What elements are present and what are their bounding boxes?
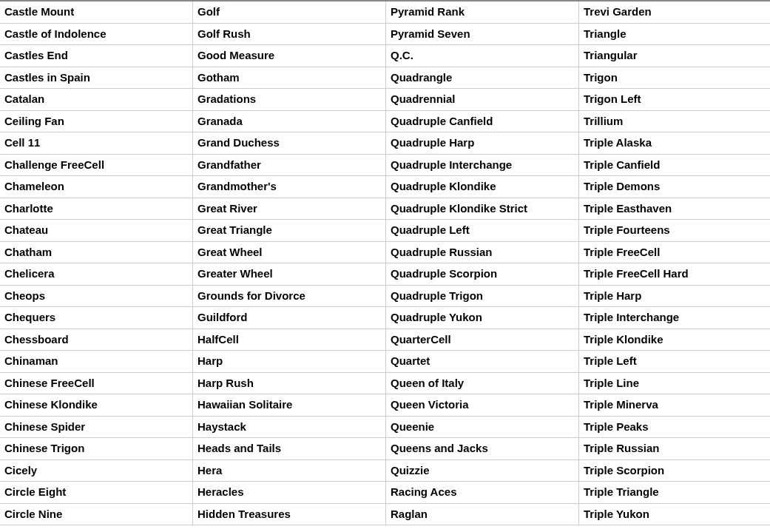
game-list-item[interactable]: Quadrangle xyxy=(386,67,579,89)
game-list-item[interactable]: Triple Peaks xyxy=(579,417,770,438)
game-list-item[interactable]: Quadruple Klondike xyxy=(386,176,579,198)
game-list-item[interactable]: Hawaiian Solitaire xyxy=(193,394,386,416)
game-list-item[interactable]: Triple Triangle xyxy=(579,482,770,503)
game-list-item[interactable]: Triple FreeCell Hard xyxy=(579,263,770,285)
game-list-item[interactable]: Hidden Treasures xyxy=(193,504,386,525)
game-list-item[interactable]: Circle Nine xyxy=(0,504,193,525)
game-list-item[interactable]: Guildford xyxy=(193,307,386,329)
table-row: Chinese FreeCellHarp RushQueen of ItalyT… xyxy=(0,373,770,395)
game-list-item[interactable]: Trillium xyxy=(579,111,770,132)
game-list-item[interactable]: Castles End xyxy=(0,45,193,67)
game-list-item[interactable]: Chelicera xyxy=(0,263,193,285)
game-list-item[interactable]: Cicely xyxy=(0,460,193,482)
game-list-item[interactable]: Quadrennial xyxy=(386,89,579,110)
game-list-item[interactable]: Triple Line xyxy=(579,373,770,394)
game-list-item[interactable]: Great Triangle xyxy=(193,220,386,241)
game-list-item[interactable]: Harp xyxy=(193,351,386,372)
game-list-item[interactable]: Triple Harp xyxy=(579,286,770,307)
game-list-item[interactable]: Quadruple Canfield xyxy=(386,111,579,132)
game-list-item[interactable]: Triple Demons xyxy=(579,176,770,198)
game-list-item[interactable]: Quartet xyxy=(386,351,579,372)
game-list-item[interactable]: Quadruple Interchange xyxy=(386,155,579,176)
game-list-item[interactable]: Triangular xyxy=(579,45,770,67)
game-list-item[interactable]: Raglan xyxy=(386,504,579,525)
game-list-item[interactable]: Chinese Spider xyxy=(0,417,193,438)
game-list-item[interactable]: Trigon xyxy=(579,67,770,89)
game-list-item[interactable]: Triangle xyxy=(579,24,770,45)
game-list-item[interactable]: Heracles xyxy=(193,482,386,503)
game-list-item[interactable]: Chatham xyxy=(0,242,193,263)
game-list-item[interactable]: Quadruple Trigon xyxy=(386,286,579,307)
game-list-item[interactable]: Quadruple Scorpion xyxy=(386,263,579,285)
game-list-item[interactable]: Triple Interchange xyxy=(579,307,770,329)
table-row: ChameleonGrandmother'sQuadruple Klondike… xyxy=(0,176,770,198)
game-list-item[interactable]: Grandmother's xyxy=(193,176,386,198)
game-list-item[interactable]: Gradations xyxy=(193,89,386,110)
game-list-item[interactable]: Triple Minerva xyxy=(579,394,770,416)
game-list-item[interactable]: Circle Eight xyxy=(0,482,193,503)
game-list-item[interactable]: Triple Alaska xyxy=(579,132,770,154)
game-list-item[interactable]: Chinaman xyxy=(0,351,193,372)
game-list-item[interactable]: Triple Klondike xyxy=(579,329,770,351)
game-list-item[interactable]: Triple Russian xyxy=(579,438,770,459)
game-list-item[interactable]: Chessboard xyxy=(0,329,193,351)
game-list-item[interactable]: Harp Rush xyxy=(193,373,386,394)
game-list-item[interactable]: Charlotte xyxy=(0,198,193,220)
game-list-item[interactable]: Triple Yukon xyxy=(579,504,770,525)
game-list-item[interactable]: Triple Scorpion xyxy=(579,460,770,482)
game-list-item[interactable]: Trigon Left xyxy=(579,89,770,110)
game-list-item[interactable]: Haystack xyxy=(193,417,386,438)
game-list-item[interactable]: Castle Mount xyxy=(0,1,193,23)
game-list-item[interactable]: Quadruple Left xyxy=(386,220,579,241)
game-list-item[interactable]: Pyramid Seven xyxy=(386,24,579,45)
game-list-item[interactable]: Q.C. xyxy=(386,45,579,67)
game-list-item[interactable]: Quadruple Russian xyxy=(386,242,579,263)
game-list-item[interactable]: Ceiling Fan xyxy=(0,111,193,132)
game-list-item[interactable]: Grounds for Divorce xyxy=(193,286,386,307)
game-list-item[interactable]: Triple Fourteens xyxy=(579,220,770,241)
game-list-item[interactable]: Grandfather xyxy=(193,155,386,176)
game-list-item[interactable]: Racing Aces xyxy=(386,482,579,503)
game-list-item[interactable]: Quadruple Klondike Strict xyxy=(386,198,579,220)
game-list-item[interactable]: HalfCell xyxy=(193,329,386,351)
game-list-item[interactable]: Gotham xyxy=(193,67,386,89)
game-list-item[interactable]: Cell 11 xyxy=(0,132,193,154)
game-list-item[interactable]: Chameleon xyxy=(0,176,193,198)
game-list-item[interactable]: Queen Victoria xyxy=(386,394,579,416)
game-list-item[interactable]: Triple Canfield xyxy=(579,155,770,176)
game-list-item[interactable]: Pyramid Rank xyxy=(386,1,579,23)
game-list-item[interactable]: Chinese FreeCell xyxy=(0,373,193,394)
game-list-item[interactable]: Heads and Tails xyxy=(193,438,386,459)
game-list-item[interactable]: Quadruple Yukon xyxy=(386,307,579,329)
game-list-item[interactable]: Triple Left xyxy=(579,351,770,372)
game-list-item[interactable]: Chinese Klondike xyxy=(0,394,193,416)
game-list-item[interactable]: Catalan xyxy=(0,89,193,110)
game-list-item[interactable]: Great River xyxy=(193,198,386,220)
game-list-item[interactable]: Queenie xyxy=(386,417,579,438)
game-list-item[interactable]: Golf xyxy=(193,1,386,23)
game-list-item[interactable]: Triple FreeCell xyxy=(579,242,770,263)
game-list-item[interactable]: Queen of Italy xyxy=(386,373,579,394)
game-list-item[interactable]: Good Measure xyxy=(193,45,386,67)
game-list-item[interactable]: Great Wheel xyxy=(193,242,386,263)
game-list-item[interactable]: Triple Easthaven xyxy=(579,198,770,220)
game-list-item[interactable]: Hera xyxy=(193,460,386,482)
game-list-item[interactable]: Grand Duchess xyxy=(193,132,386,154)
game-list-item[interactable]: Castle of Indolence xyxy=(0,24,193,45)
game-list-item[interactable]: Queens and Jacks xyxy=(386,438,579,459)
game-list-item[interactable]: QuarterCell xyxy=(386,329,579,351)
game-list-item[interactable]: Trevi Garden xyxy=(579,1,770,23)
game-list-item[interactable]: Challenge FreeCell xyxy=(0,155,193,176)
game-list-item[interactable]: Golf Rush xyxy=(193,24,386,45)
game-list-item[interactable]: Chequers xyxy=(0,307,193,329)
game-list-item[interactable]: Granada xyxy=(193,111,386,132)
game-list-item[interactable]: Castles in Spain xyxy=(0,67,193,89)
game-list-item[interactable]: Greater Wheel xyxy=(193,263,386,285)
table-row: CatalanGradationsQuadrennialTrigon Left xyxy=(0,89,770,111)
game-list-item[interactable]: Cheops xyxy=(0,286,193,307)
game-list-item[interactable]: Quizzie xyxy=(386,460,579,482)
table-row: Castle MountGolfPyramid RankTrevi Garden xyxy=(0,1,770,24)
game-list-item[interactable]: Chateau xyxy=(0,220,193,241)
game-list-item[interactable]: Chinese Trigon xyxy=(0,438,193,459)
game-list-item[interactable]: Quadruple Harp xyxy=(386,132,579,154)
